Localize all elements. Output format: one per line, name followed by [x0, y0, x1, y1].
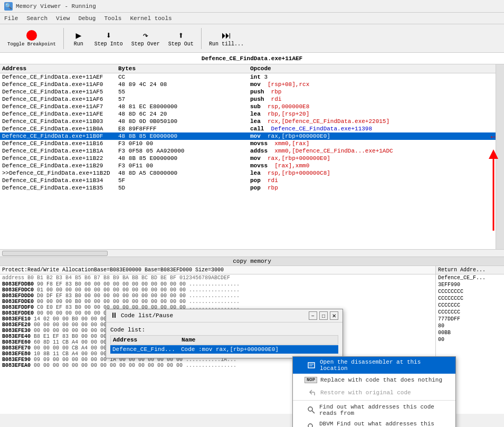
code-list-row[interactable]: Defence_CE_Find... Code :mov rax,[rbp+00…	[110, 345, 338, 354]
context-menu-item-replace-nop[interactable]: NOP Replace with code that does nothing	[293, 374, 455, 386]
step-out-icon: ⬆	[178, 30, 184, 41]
list-item: 777DDFF	[436, 316, 504, 322]
code-list-dialog: ⏸ Code list/Pause − □ ✕ Code list: Addre…	[106, 309, 343, 358]
restore-icon	[308, 388, 316, 397]
list-item: 00	[436, 336, 504, 343]
menu-file[interactable]: File	[0, 14, 22, 23]
menu-tools[interactable]: Tools	[100, 14, 126, 23]
context-menu-item-restore: Restore with original code	[293, 386, 455, 399]
run-till-icon: ⏭	[222, 30, 231, 41]
table-row[interactable]: Defence_CE_FindData.exe+11B29 F3 0F11 00…	[0, 162, 504, 169]
disasm-hscrollbar[interactable]	[0, 249, 504, 257]
dialog-controls: − □ ✕	[309, 311, 338, 320]
context-menu-item-dbvm-find[interactable]: DBVM Find out what addresses this code r…	[293, 419, 455, 427]
step-out-button[interactable]: ⬆ Step Out	[165, 29, 197, 48]
table-row[interactable]: Defence_CE_FindData.exe+11B03 48 8D 0D 0…	[0, 118, 504, 125]
step-into-button[interactable]: ⬇ Step Into	[91, 29, 126, 48]
table-row[interactable]: Defence_CE_FindData.exe+11AEF CC int 3	[0, 73, 504, 81]
table-row[interactable]: Defence_CE_FindData.exe+11AFE 48 8D 6C 2…	[0, 110, 504, 118]
context-menu-item-open-disassembler[interactable]: Open the disassembler at this location	[293, 357, 455, 374]
list-item[interactable]: B083EFDDE0 00 00 00 00 B0 00 00 00 00 00…	[0, 299, 435, 305]
table-row[interactable]: Defence_CE_FindData.exe+11B0A E8 89F8FFF…	[0, 125, 504, 132]
list-item: 00BB	[436, 329, 504, 336]
disasm-header: Address Bytes Opcode	[0, 64, 504, 73]
nop-icon: NOP	[308, 376, 316, 384]
list-item: 80	[436, 322, 504, 329]
table-row[interactable]: Defence_CE_FindData.exe+11B0F 48 8B 85 E…	[0, 132, 504, 140]
context-menu: Open the disassembler at this location N…	[292, 356, 456, 427]
toggle-breakpoint-button[interactable]: Toggle Breakpoint	[4, 29, 59, 48]
table-row[interactable]: Defence_CE_FindData.exe+11B34 5F pop rdi	[0, 177, 504, 184]
run-button[interactable]: ▶ Run	[68, 29, 89, 48]
title-bar: 🔍 Memory Viewer - Running	[0, 0, 504, 13]
table-row[interactable]: Defence_CE_FindData.exe+11B35 5D pop rbp	[0, 184, 504, 192]
arrow-indicator: ←	[490, 132, 496, 142]
scrollbar-thumb[interactable]	[2, 251, 108, 256]
dialog-close-button[interactable]: ✕	[330, 311, 338, 320]
step-over-icon: ↷	[142, 30, 148, 41]
list-item: CCCCCCC	[436, 309, 504, 316]
context-menu-sep	[293, 400, 455, 401]
run-icon: ▶	[75, 30, 81, 41]
dialog-title-bar: ⏸ Code list/Pause − □ ✕	[106, 309, 343, 322]
dbvm-icon	[308, 423, 315, 427]
copy-memory-sep: copy memory	[0, 257, 504, 266]
table-row[interactable]: Defence_CE_FindData.exe+11B22 48 8B 85 E…	[0, 155, 504, 162]
dialog-maximize-button[interactable]: □	[319, 311, 328, 320]
menu-debug[interactable]: Debug	[74, 14, 100, 23]
breakpoint-icon	[26, 30, 37, 41]
find-reads-icon	[308, 406, 315, 414]
run-till-button[interactable]: ⏭ Run till...	[206, 29, 247, 48]
address-bar: Defence_CE_FindData.exe+11AEF	[0, 53, 504, 64]
table-row[interactable]: Defence_CE_FindData.exe+11AF7 48 81 EC E…	[0, 103, 504, 110]
svg-rect-2	[308, 363, 315, 368]
svg-point-5	[308, 407, 312, 411]
table-row[interactable]: Defence_CE_FindData.exe+11B16 F3 0F10 00…	[0, 140, 504, 147]
table-row[interactable]: Defence_CE_FindData.exe+11B1A F3 0F58 05…	[0, 147, 504, 155]
menu-bar: File Search View Debug Tools Kernel tool…	[0, 13, 504, 24]
dialog-minimize-button[interactable]: −	[309, 311, 317, 320]
svg-line-6	[312, 411, 315, 413]
code-list-table-header: Address Name	[110, 335, 338, 345]
dialog-body: Code list: Address Name Defence_CE_Find.…	[106, 322, 343, 358]
menu-search[interactable]: Search	[22, 14, 52, 23]
list-item: CCCCCCC	[436, 302, 504, 309]
table-row[interactable]: Defence_CE_FindData.exe+11AF0 48 89 4C 2…	[0, 81, 504, 88]
pause-icon: ⏸	[110, 311, 118, 320]
list-item: CCCCCCCC	[436, 295, 504, 302]
svg-point-7	[308, 424, 312, 427]
step-into-icon: ⬇	[106, 30, 111, 41]
app-icon: 🔍	[4, 2, 13, 11]
list-item: CCCCCCCC	[436, 288, 504, 295]
context-menu-item-find-reads[interactable]: Find out what addresses this code reads …	[293, 402, 455, 419]
list-item[interactable]: B083EFDDB0 90 F8 EF 83 B0 00 00 00 00 00…	[0, 281, 435, 287]
red-arrow-annotation	[483, 149, 504, 233]
toolbar-sep-2	[201, 28, 202, 49]
table-row[interactable]: Defence_CE_FindData.exe+11AF6 57 push rd…	[0, 96, 504, 103]
disassembler-icon	[308, 361, 316, 369]
code-list-label: Code list:	[110, 327, 338, 333]
step-over-button[interactable]: ↷ Step Over	[128, 29, 163, 48]
menu-view[interactable]: View	[52, 14, 74, 23]
list-item[interactable]: B083EFDDD0 D0 DF EF 83 B0 00 00 00 00 00…	[0, 293, 435, 299]
disassembler-view: Address Bytes Opcode Defence_CE_FindData…	[0, 64, 504, 249]
table-row[interactable]: Defence_CE_FindData.exe+11AF5 55 push rb…	[0, 88, 504, 96]
table-row[interactable]: >>Defence_CE_FindData.exe+11B2D 48 8D A5…	[0, 169, 504, 177]
dialog-title-text: Code list/Pause	[121, 312, 173, 319]
toolbar-sep-1	[63, 28, 64, 49]
list-item: Defence_CE_F...	[436, 274, 504, 281]
list-item[interactable]: B083EFDDC0 01 00 00 00 00 00 00 00 00 00…	[0, 287, 435, 293]
list-item: 3EFF990	[436, 281, 504, 288]
memory-info: Protect:Read/Write AllocationBase=B083E0…	[0, 266, 435, 274]
menu-kernel-tools[interactable]: Kernel tools	[126, 14, 176, 23]
toolbar: Toggle Breakpoint ▶ Run ⬇ Step Into ↷ St…	[0, 24, 504, 53]
current-address: Defence_CE_FindData.exe+11AEF	[202, 55, 302, 62]
right-panel-header: Return Addre...	[436, 266, 504, 274]
title-text: Memory Viewer - Running	[16, 3, 96, 10]
memory-col-header: address B0 B1 B2 B3 B4 B5 B6 B7 B8 B9 BA…	[0, 274, 435, 281]
